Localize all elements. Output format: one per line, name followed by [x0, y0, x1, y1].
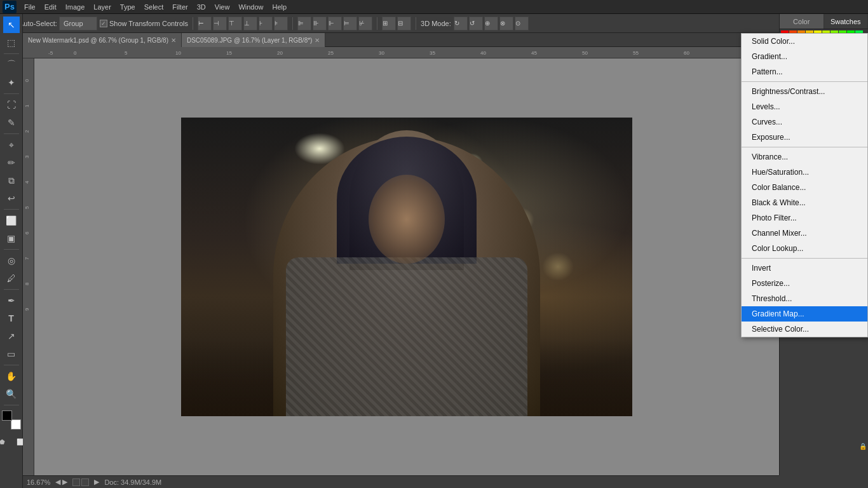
tool-sep-1	[4, 53, 19, 54]
dd-levels[interactable]: Levels...	[742, 99, 867, 114]
menu-type[interactable]: Type	[116, 2, 139, 12]
3d-btn-1[interactable]: ↻	[454, 17, 468, 30]
svg-text:2: 2	[24, 130, 30, 133]
distribute-center-v[interactable]: ⊬	[358, 17, 372, 30]
dd-vibrance[interactable]: Vibrance...	[742, 149, 867, 165]
transform-check[interactable]: ✓ Show Transform Controls	[100, 20, 188, 27]
svg-text:6: 6	[24, 231, 30, 234]
dodge-tool-btn[interactable]: 🖊	[3, 270, 20, 287]
align-left[interactable]: ⊢	[198, 17, 212, 30]
dd-selective-color[interactable]: Selective Color...	[742, 322, 867, 337]
auto-select-dropdown[interactable]: Group	[59, 17, 97, 30]
svg-text:1: 1	[24, 104, 30, 107]
3d-btn-2[interactable]: ↺	[469, 17, 483, 30]
menu-help[interactable]: Help	[269, 2, 291, 12]
document-tabs: New Watermark1.psd @ 66.7% (Group 1, RGB…	[23, 33, 779, 47]
brush-tool-btn[interactable]: ✏	[3, 154, 20, 171]
svg-text:7: 7	[24, 257, 30, 260]
distribute-right[interactable]: ⊩	[328, 17, 342, 30]
tool-sep-3	[4, 133, 19, 134]
dd-channel-mixer[interactable]: Channel Mixer...	[742, 226, 867, 241]
align-top[interactable]: ⊥	[243, 17, 257, 30]
menu-select[interactable]: Select	[140, 2, 168, 12]
align-right[interactable]: ⊤	[228, 17, 242, 30]
quick-select-btn[interactable]: ✦	[3, 74, 20, 91]
dd-curves[interactable]: Curves...	[742, 114, 867, 130]
menu-view[interactable]: View	[211, 2, 234, 12]
doc-info: Doc: 34.9M/34.9M	[104, 478, 161, 486]
align-buttons: ⊢ ⊣ ⊤ ⊥ ⊦ ⊧	[198, 17, 288, 30]
dd-color-lookup[interactable]: Color Lookup...	[742, 241, 867, 256]
distribute-top[interactable]: ⊨	[343, 17, 357, 30]
dd-posterize[interactable]: Posterize...	[742, 276, 867, 291]
toolbar-separator-4	[416, 17, 416, 30]
dd-exposure[interactable]: Exposure...	[742, 130, 867, 145]
close-tab-photo[interactable]: ✕	[315, 37, 320, 44]
shape-tool-btn[interactable]: ▭	[3, 346, 20, 362]
extra-btn-2[interactable]: ⊟	[397, 17, 411, 30]
dd-pattern[interactable]: Pattern...	[742, 64, 867, 79]
main-area: New Watermark1.psd @ 66.7% (Group 1, RGB…	[23, 33, 779, 475]
bg-color-swatch[interactable]	[11, 419, 21, 430]
lasso-tool-btn[interactable]: ⌒	[3, 57, 20, 73]
dd-black-white[interactable]: Black & White...	[742, 195, 867, 210]
tool-sep-2	[4, 93, 19, 94]
align-center-v[interactable]: ⊦	[259, 17, 273, 30]
dd-sep-3	[742, 258, 867, 259]
canvas-area	[34, 58, 779, 475]
fg-color-swatch[interactable]	[2, 410, 12, 421]
menu-file[interactable]: File	[20, 2, 39, 12]
clone-stamp-btn[interactable]: ⧉	[3, 172, 20, 189]
tab-color[interactable]: Color	[780, 14, 824, 29]
3d-btn-3[interactable]: ⊕	[484, 17, 498, 30]
history-brush-btn[interactable]: ↩	[3, 190, 20, 207]
3d-btn-5[interactable]: ⊙	[515, 17, 529, 30]
extra-btn-1[interactable]: ⊞	[382, 17, 396, 30]
healing-brush-btn[interactable]: ⌖	[3, 137, 20, 153]
align-center-h[interactable]: ⊣	[213, 17, 227, 30]
dd-gradient-map[interactable]: Gradient Map...	[742, 306, 867, 322]
dd-color-balance[interactable]: Color Balance...	[742, 180, 867, 195]
eraser-tool-btn[interactable]: ⬜	[3, 212, 20, 229]
tab-swatches[interactable]: Swatches	[824, 14, 869, 29]
dd-sep-1	[742, 81, 867, 82]
tab-photo[interactable]: DSC05089.JPG @ 16.7% (Layer 1, RGB/8*) ✕	[182, 33, 325, 47]
toolbar-separator-2	[292, 17, 293, 30]
menu-3d[interactable]: 3D	[193, 2, 210, 12]
svg-text:0: 0	[74, 50, 77, 56]
toolbar-separator-3	[377, 17, 377, 30]
align-bottom[interactable]: ⊧	[274, 17, 288, 30]
menu-image[interactable]: Image	[62, 2, 89, 12]
tab-watermark[interactable]: New Watermark1.psd @ 66.7% (Group 1, RGB…	[23, 33, 182, 47]
status-bar: 16.67% ◀ ▶ ▶ Doc: 34.9M/34.9M	[23, 475, 779, 488]
blur-tool-btn[interactable]: ◎	[3, 252, 20, 269]
zoom-tool-btn[interactable]: 🔍	[3, 386, 20, 402]
hand-tool-btn[interactable]: ✋	[3, 368, 20, 384]
eyedropper-btn[interactable]: ✎	[3, 114, 20, 131]
move-tool-btn[interactable]: ↖	[3, 17, 20, 33]
menu-filter[interactable]: Filter	[168, 2, 191, 12]
menu-edit[interactable]: Edit	[41, 2, 60, 12]
tool-sep-4	[4, 209, 19, 210]
gradient-tool-btn[interactable]: ▣	[3, 230, 20, 247]
status-check-2	[81, 478, 89, 486]
distribute-left[interactable]: ⊫	[297, 17, 311, 30]
quick-mask-btn[interactable]: ⬟	[0, 433, 11, 450]
menu-layer[interactable]: Layer	[90, 2, 115, 12]
dd-threshold[interactable]: Threshold...	[742, 291, 867, 306]
dd-photo-filter[interactable]: Photo Filter...	[742, 210, 867, 226]
3d-btn-4[interactable]: ⊗	[499, 17, 513, 30]
crop-tool-btn[interactable]: ⛶	[3, 97, 20, 113]
close-tab-watermark[interactable]: ✕	[171, 37, 176, 44]
menu-window[interactable]: Window	[234, 2, 267, 12]
dd-invert[interactable]: Invert	[742, 261, 867, 276]
path-select-btn[interactable]: ↗	[3, 328, 20, 344]
dd-gradient[interactable]: Gradient...	[742, 49, 867, 64]
marquee-tool-btn[interactable]: ⬚	[3, 34, 20, 51]
dd-solid-color[interactable]: Solid Color...	[742, 34, 867, 49]
type-tool-btn[interactable]: T	[3, 310, 20, 327]
distribute-center-h[interactable]: ⊪	[313, 17, 327, 30]
pen-tool-btn[interactable]: ✒	[3, 292, 20, 309]
dd-hue-saturation[interactable]: Hue/Saturation...	[742, 165, 867, 180]
dd-brightness-contrast[interactable]: Brightness/Contrast...	[742, 84, 867, 99]
